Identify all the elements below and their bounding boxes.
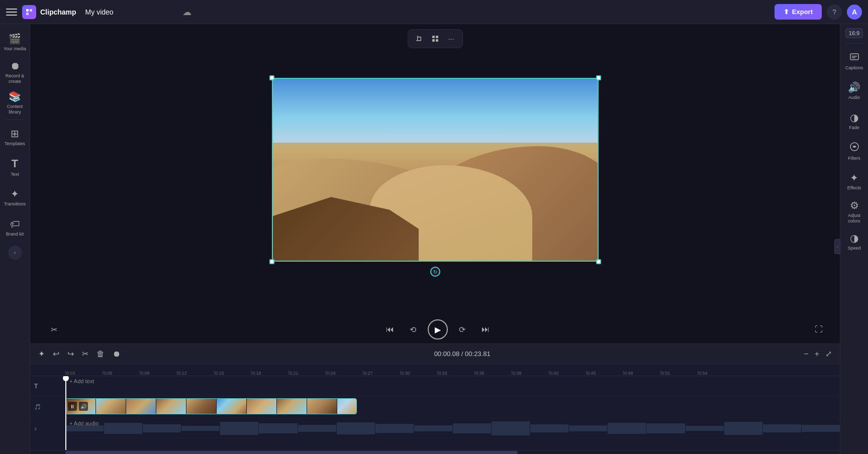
rs-item-speed[interactable]: ◑ Speed xyxy=(842,228,867,256)
rs-item-audio[interactable]: 🔊 Audio xyxy=(842,77,867,105)
video-track: 🎵 xyxy=(30,396,840,418)
export-button[interactable]: ⬆ Export xyxy=(775,4,822,20)
video-frame-container: ↻ xyxy=(272,78,599,262)
zoom-in-button[interactable]: + xyxy=(813,348,821,361)
clip-audio-button[interactable]: 🔊 xyxy=(79,402,88,411)
rs-item-effects[interactable]: ✦ Effects xyxy=(842,167,867,195)
video-canvas: ··· xyxy=(30,24,840,315)
rewind-5s-button[interactable]: ⟲ xyxy=(405,321,422,338)
rotate-handle[interactable]: ↻ xyxy=(430,267,440,277)
skip-back-button[interactable]: ⏮ xyxy=(381,321,399,338)
record-create-icon: ⏺ xyxy=(10,60,20,72)
more-options-button[interactable]: ··· xyxy=(444,32,458,46)
sidebar-item-your-media[interactable]: 🎬 Your media xyxy=(2,28,28,56)
skip-forward-button[interactable]: ⏭ xyxy=(477,321,494,338)
resize-handle-tr[interactable] xyxy=(596,75,601,80)
add-text-button[interactable]: + Add text xyxy=(65,376,98,386)
main-area: 🎬 Your media ⏺ Record &create 📚 Contentl… xyxy=(0,24,868,454)
ruler-marks: 0:03 0:06 0:09 0:12 0:15 0:18 0:21 0:24 … xyxy=(30,364,840,376)
clip-thumbnail xyxy=(217,399,247,414)
ruler-mark: 0:27 xyxy=(363,371,400,376)
timeline-ruler: 0:03 0:06 0:09 0:12 0:15 0:18 0:21 0:24 … xyxy=(30,364,840,376)
help-button[interactable]: ? xyxy=(827,5,842,20)
canvas-toolbar: ··· xyxy=(408,29,463,48)
clip-thumbnail xyxy=(247,399,277,414)
video-content xyxy=(273,79,598,261)
sidebar-item-text[interactable]: T Text xyxy=(2,153,28,181)
sidebar-item-brand-kit[interactable]: 🏷 Brand kit xyxy=(2,213,28,242)
sidebar-item-record-create[interactable]: ⏺ Record &create xyxy=(2,58,28,86)
text-track-label: T xyxy=(30,383,65,390)
zoom-out-button[interactable]: − xyxy=(802,348,810,361)
video-clip[interactable]: ⏸ 🔊 xyxy=(65,398,357,414)
cut-button[interactable]: ✂ xyxy=(80,347,90,361)
video-track-content: ⏸ 🔊 xyxy=(65,396,840,418)
transitions-icon: ✦ xyxy=(11,188,19,200)
expand-sidebar-button[interactable]: › xyxy=(8,246,22,260)
playhead[interactable] xyxy=(65,376,66,450)
layout-button[interactable] xyxy=(428,32,442,46)
ruler-mark: 0:03 xyxy=(65,371,103,376)
ruler-mark: 0:33 xyxy=(437,371,474,376)
rs-item-adjust-colors[interactable]: ⚙ Adjustcolors xyxy=(842,197,867,225)
ruler-mark: 0:24 xyxy=(326,371,363,376)
menu-button[interactable] xyxy=(6,7,17,18)
ruler-mark: 0:54 xyxy=(698,371,735,376)
ruler-mark: 0:39 xyxy=(512,371,549,376)
magic-edit-button[interactable]: ✦ xyxy=(36,347,47,361)
svg-rect-11 xyxy=(850,54,858,60)
sidebar-item-templates[interactable]: ⊞ Templates xyxy=(2,123,28,151)
timeline-tracks: T + Add text 🎵 xyxy=(30,376,840,450)
rs-item-fade[interactable]: ◑ Fade xyxy=(842,107,867,135)
text-track-content: + Add text xyxy=(65,376,840,396)
center-area: ··· xyxy=(30,24,840,454)
user-avatar[interactable]: A xyxy=(847,5,862,20)
cloud-sync-icon: ☁ xyxy=(182,7,191,18)
timeline-scrollbar-thumb[interactable] xyxy=(65,451,518,454)
delete-button[interactable]: 🗑 xyxy=(94,348,107,361)
logo: Clipchamp xyxy=(22,5,76,19)
collapse-sidebar-button[interactable]: ‹ xyxy=(834,239,840,254)
crop-button[interactable] xyxy=(412,32,426,46)
forward-5s-button[interactable]: ⟳ xyxy=(454,321,471,338)
topbar: Clipchamp ☁ ⬆ Export ? A xyxy=(0,0,868,24)
timeline-toolbar: ✦ ↩ ↪ ✂ 🗑 ⏺ 00:00.08 / 00:23.81 − + ⤢ xyxy=(30,344,840,364)
video-title-input[interactable] xyxy=(81,6,177,18)
ruler-mark: 0:36 xyxy=(474,371,512,376)
clip-thumbnail xyxy=(337,399,356,414)
rs-item-filters[interactable]: Filters xyxy=(842,137,867,165)
clip-thumbnail xyxy=(186,399,217,414)
resize-handle-tl[interactable] xyxy=(269,75,274,80)
video-track-icon: 🎵 xyxy=(34,404,41,410)
sidebar-divider xyxy=(5,120,25,120)
record-timeline-button[interactable]: ⏺ xyxy=(111,348,123,361)
chevron-right-icon: › xyxy=(14,249,16,256)
undo-button[interactable]: ↩ xyxy=(51,347,61,361)
rs-item-captions[interactable]: Captions xyxy=(842,47,867,75)
clip-controls: ⏸ 🔊 xyxy=(68,402,88,411)
svg-rect-3 xyxy=(417,36,418,41)
clip-pause-button[interactable]: ⏸ xyxy=(68,402,77,411)
fit-timeline-button[interactable]: ⤢ xyxy=(823,347,834,361)
resize-handle-bl[interactable] xyxy=(269,259,274,264)
redo-button[interactable]: ↪ xyxy=(65,347,76,361)
svg-rect-9 xyxy=(432,39,435,42)
playback-center: ⏮ ⟲ ▶ ⟳ ⏭ xyxy=(381,319,494,339)
resize-handle-br[interactable] xyxy=(596,259,601,264)
app-name: Clipchamp xyxy=(40,8,76,16)
adjust-colors-icon: ⚙ xyxy=(850,199,859,211)
aspect-ratio-button[interactable]: 16:9 xyxy=(845,28,863,38)
your-media-icon: 🎬 xyxy=(9,33,21,45)
fullscreen-button[interactable]: ⛶ xyxy=(813,323,825,336)
ruler-mark: 0:21 xyxy=(288,371,326,376)
svg-rect-7 xyxy=(432,36,435,38)
sidebar-item-transitions[interactable]: ✦ Transitions xyxy=(2,183,28,211)
ruler-mark: 0:51 xyxy=(660,371,698,376)
cut-clip-button[interactable]: ✂ xyxy=(45,321,62,338)
timeline-scrollbar[interactable] xyxy=(30,450,840,454)
sidebar-item-content-library[interactable]: 📚 Contentlibrary xyxy=(2,88,28,117)
clip-thumbnail xyxy=(156,399,186,414)
audio-track-icon: ♪ xyxy=(34,425,37,431)
play-pause-button[interactable]: ▶ xyxy=(428,319,448,339)
playback-controls: ✂ ⏮ ⟲ ▶ ⟳ ⏭ ⛶ xyxy=(30,315,840,344)
